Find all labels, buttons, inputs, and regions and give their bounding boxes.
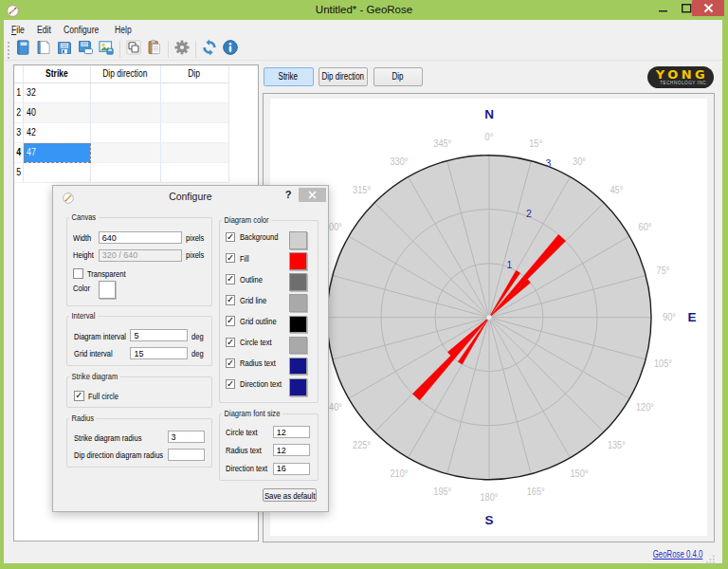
about-button[interactable] [221, 39, 241, 59]
dip-radius-input[interactable] [168, 449, 205, 461]
new-file-icon [14, 39, 31, 60]
cell-r5-strike[interactable] [24, 163, 91, 183]
circle-text-color-checkbox[interactable]: ✓ [226, 338, 236, 348]
row-header-1[interactable]: 1 [14, 83, 24, 103]
width-input[interactable]: 640 [99, 231, 182, 244]
background-color-checkbox[interactable]: ✓ [226, 232, 236, 243]
minimize-button[interactable] [652, 0, 675, 16]
title-bar: Untitled* - GeoRose [0, 0, 728, 20]
outline-color-checkbox[interactable]: ✓ [226, 274, 236, 284]
menu-file[interactable]: File [11, 25, 25, 35]
grid-outline-color-swatch[interactable] [289, 316, 307, 334]
dialog-help-button[interactable]: ? [281, 189, 296, 204]
resize-grip[interactable] [706, 551, 716, 560]
cell-r3-dip[interactable] [161, 123, 229, 143]
cell-r5-dip_direction[interactable] [91, 163, 161, 183]
radius-text-color-checkbox[interactable]: ✓ [226, 358, 236, 369]
rose-diagram-canvas: 0°15°30°45°60°75°90°105°120°135°150°165°… [270, 99, 708, 536]
row-header-5[interactable]: 5 [14, 163, 24, 183]
diagram-interval-input[interactable]: 5 [130, 329, 188, 341]
settings-button[interactable] [173, 39, 192, 59]
circle-text-size-input[interactable]: 12 [273, 426, 310, 438]
direction-text-color-swatch[interactable] [289, 378, 307, 396]
radius-text-color-swatch[interactable] [289, 358, 307, 376]
row-header-4[interactable]: 4 [14, 143, 24, 163]
cell-r1-dip[interactable] [161, 83, 229, 103]
tab-strike[interactable]: Strike [264, 67, 314, 87]
radius-text-size-input[interactable]: 12 [273, 444, 310, 456]
radius-group-label: Radius [69, 413, 97, 423]
canvas-color-swatch[interactable] [99, 281, 116, 299]
cell-r1-dip_direction[interactable] [91, 83, 161, 103]
direction-text-size-label: Direction text [226, 464, 267, 473]
fill-color-swatch[interactable] [289, 252, 307, 270]
transparent-checkbox[interactable] [73, 268, 83, 279]
menu-edit[interactable]: Edit [37, 25, 51, 35]
new-file-button[interactable] [13, 39, 33, 59]
menu-help[interactable]: Help [115, 25, 132, 35]
grid-line-color-checkbox[interactable]: ✓ [226, 295, 236, 305]
width-unit-label: pixels [186, 233, 204, 243]
paste-icon [146, 39, 163, 60]
height-unit-label: pixels [186, 250, 204, 260]
row-header-2[interactable]: 2 [14, 103, 24, 123]
toolbar-drag-handle[interactable] [5, 40, 12, 59]
row-header-3[interactable]: 3 [14, 123, 24, 143]
cell-r3-strike[interactable]: 42 [24, 123, 91, 143]
save-as-default-button[interactable]: Save as default [263, 488, 318, 502]
tab-dip-direction[interactable]: Dip direction [318, 67, 368, 87]
close-button[interactable] [692, 0, 724, 16]
refresh-button[interactable] [200, 39, 220, 59]
copy-button[interactable] [124, 39, 144, 59]
svg-text:120°: 120° [636, 402, 654, 413]
row-header-corner [14, 65, 24, 83]
save-button[interactable] [55, 39, 75, 59]
grid-outline-color-label: Grid outline [240, 317, 277, 326]
outline-color-swatch[interactable] [289, 273, 307, 291]
cell-r2-dip_direction[interactable] [91, 103, 161, 123]
menu-configure[interactable]: Configure [64, 25, 99, 35]
paste-button[interactable] [145, 39, 165, 59]
transparent-label: Transparent [87, 269, 125, 279]
svg-text:165°: 165° [526, 486, 544, 497]
direction-text-color-checkbox[interactable]: ✓ [226, 379, 236, 390]
grid-line-color-swatch[interactable] [289, 294, 307, 312]
radius-text-size-label: Radius text [226, 446, 262, 455]
fill-color-checkbox[interactable]: ✓ [226, 253, 236, 264]
svg-text:195°: 195° [433, 486, 451, 497]
full-circle-label: Full circle [88, 392, 118, 401]
logo-subtext: TECHNOLOGY INC. [660, 81, 708, 85]
cell-r4-dip[interactable] [161, 143, 229, 163]
svg-text:330°: 330° [390, 156, 408, 167]
column-header-dip[interactable]: Dip [161, 65, 229, 83]
svg-text:210°: 210° [390, 468, 408, 479]
configure-dialog: Configure ? Canvas Width 640 pixels Heig… [52, 185, 329, 512]
tab-dip[interactable]: Dip [373, 67, 423, 87]
save-as-button[interactable] [76, 39, 96, 59]
cell-r2-dip[interactable] [161, 103, 229, 123]
cell-r3-dip_direction[interactable] [91, 123, 161, 143]
export-image-button[interactable] [97, 39, 117, 59]
circle-text-color-swatch[interactable] [289, 337, 307, 355]
column-header-dip-direction[interactable]: Dip direction [91, 65, 161, 83]
georose-version-link[interactable]: GeoRose 0.4.0 [653, 549, 702, 560]
cell-r1-strike[interactable]: 32 [24, 83, 91, 103]
svg-text:S: S [484, 513, 493, 527]
dialog-close-button[interactable] [299, 188, 326, 202]
svg-text:60°: 60° [638, 222, 651, 232]
cell-r2-strike[interactable]: 40 [24, 103, 91, 123]
background-color-swatch[interactable] [289, 231, 307, 249]
cell-r4-strike[interactable]: 47 [24, 143, 91, 163]
grid-interval-input[interactable]: 15 [130, 347, 188, 359]
grid-outline-color-checkbox[interactable]: ✓ [226, 316, 236, 326]
save-as-default-label: Save as default [264, 490, 316, 501]
direction-text-size-input[interactable]: 16 [273, 463, 310, 475]
cell-r5-dip[interactable] [161, 163, 229, 183]
column-header-strike[interactable]: Strike [24, 65, 91, 83]
strike-radius-input[interactable]: 3 [168, 431, 205, 443]
full-circle-checkbox[interactable]: ✓ [74, 391, 84, 401]
circle-text-color-label: Circle text [240, 338, 272, 347]
cell-r4-dip_direction[interactable] [91, 143, 161, 163]
export-image-icon [98, 39, 115, 60]
open-file-button[interactable] [34, 39, 54, 59]
